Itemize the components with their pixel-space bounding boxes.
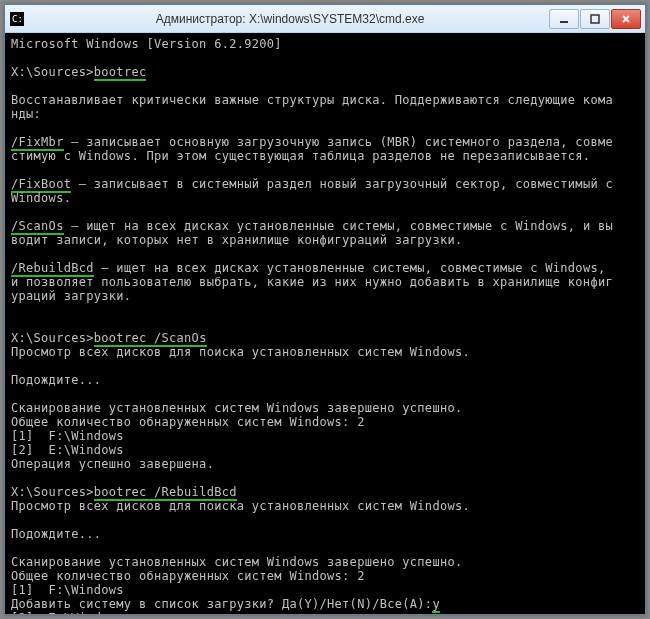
close-button[interactable] — [611, 9, 641, 29]
desc-header: Восстанавливает критически важные структ… — [11, 93, 639, 107]
minimize-button[interactable] — [549, 9, 579, 29]
terminal-output[interactable]: Microsoft Windows [Version 6.2.9200] X:\… — [5, 33, 645, 614]
list-item: [1] F:\Windows — [11, 429, 639, 443]
window-controls — [549, 9, 641, 29]
list-item: [1] F:\Windows — [11, 583, 639, 597]
prompt-line-3: X:\Sources>bootrec /RebuildBcd — [11, 485, 639, 499]
svg-rect-3 — [591, 15, 599, 23]
rebuildbcd-line: /RebuildBcd — ищет на всех дисках устано… — [11, 261, 639, 275]
fixboot-line: /FixBoot — записывает в системный раздел… — [11, 177, 639, 191]
maximize-button[interactable] — [580, 9, 610, 29]
fixmbr-line: /FixMbr — записывает основную загрузочну… — [11, 135, 639, 149]
prompt-line-1: X:\Sources>bootrec — [11, 65, 639, 79]
list-item: [2] E:\Windows — [11, 443, 639, 457]
window-title: Администратор: X:\windows\SYSTEM32\cmd.e… — [31, 12, 549, 26]
bootrec-cmd: bootrec — [94, 65, 147, 81]
prompt-line-2: X:\Sources>bootrec /ScanOs — [11, 331, 639, 345]
cmd-window: C: Администратор: X:\windows\SYSTEM32\cm… — [4, 4, 646, 615]
list-item: [2] E:\Windows — [11, 611, 639, 614]
version-line: Microsoft Windows [Version 6.2.9200] — [11, 37, 639, 51]
user-input-y: y — [432, 597, 440, 613]
add-prompt-1: Добавить систему в список загрузки? Да(Y… — [11, 597, 639, 611]
svg-rect-2 — [560, 21, 568, 23]
cmd-icon: C: — [9, 11, 25, 27]
titlebar[interactable]: C: Администратор: X:\windows\SYSTEM32\cm… — [5, 5, 645, 33]
scanos-line: /ScanOs — ищет на всех дисках установлен… — [11, 219, 639, 233]
svg-text:C:: C: — [12, 14, 23, 24]
